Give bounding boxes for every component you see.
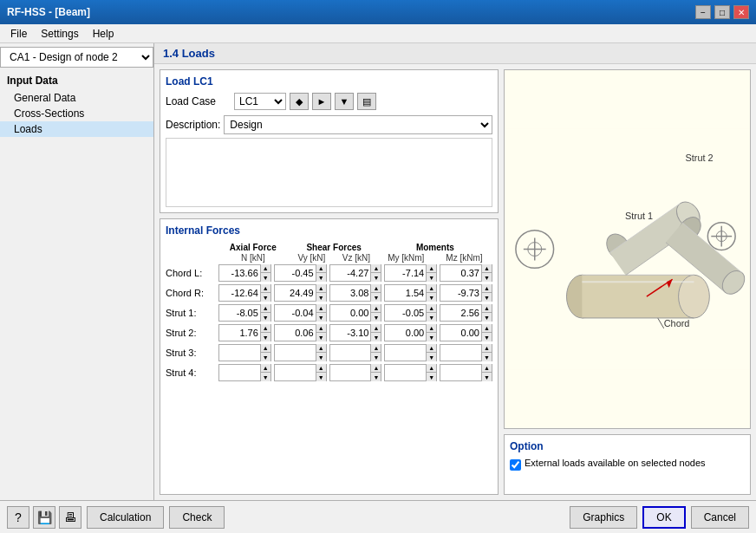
vy-input-field[interactable]: [275, 345, 316, 361]
vz-spin-input[interactable]: ▲▼: [329, 324, 382, 341]
vz-spin-input[interactable]: ▲▼: [329, 344, 382, 361]
mz-spin-down[interactable]: ▼: [481, 373, 492, 381]
vz-spin-down[interactable]: ▼: [370, 333, 381, 341]
menu-file[interactable]: File: [3, 26, 34, 42]
vz-spin-down[interactable]: ▼: [370, 313, 381, 322]
mz-spin-input[interactable]: ▲▼: [440, 304, 492, 322]
vz-spin-up[interactable]: ▲: [370, 264, 381, 273]
n-spin-input[interactable]: ▲▼: [218, 304, 271, 322]
n-input-field[interactable]: [219, 305, 260, 321]
mz-spin-input[interactable]: ▲▼: [440, 284, 492, 302]
description-select[interactable]: Design Other: [224, 115, 492, 134]
vy-spin-input[interactable]: ▲▼: [274, 284, 327, 302]
vy-spin-input[interactable]: ▲▼: [274, 324, 327, 341]
cancel-button[interactable]: Cancel: [691, 506, 749, 529]
sidebar-item-cross-sections[interactable]: Cross-Sections: [0, 106, 153, 121]
vy-input-field[interactable]: [275, 325, 316, 341]
my-spin-up[interactable]: ▲: [426, 344, 436, 353]
load-case-select[interactable]: LC1: [234, 93, 286, 110]
my-spin-input[interactable]: ▲▼: [384, 344, 437, 361]
my-spin-up[interactable]: ▲: [426, 364, 436, 373]
vz-input-field[interactable]: [330, 265, 371, 281]
menu-settings[interactable]: Settings: [34, 26, 85, 42]
n-spin-up[interactable]: ▲: [260, 364, 270, 373]
mz-spin-up[interactable]: ▲: [481, 284, 492, 293]
mz-spin-down[interactable]: ▼: [481, 273, 492, 282]
mz-spin-input[interactable]: ▲▼: [440, 364, 492, 381]
my-spin-up[interactable]: ▲: [426, 324, 436, 333]
print-icon-button[interactable]: 🖶: [59, 506, 81, 529]
my-spin-up[interactable]: ▲: [426, 304, 436, 313]
vz-spin-up[interactable]: ▲: [370, 284, 381, 293]
n-spin-up[interactable]: ▲: [260, 324, 270, 333]
n-spin-down[interactable]: ▼: [260, 333, 270, 341]
mz-spin-down[interactable]: ▼: [481, 353, 492, 361]
vy-spin-up[interactable]: ▲: [316, 284, 326, 293]
n-input-field[interactable]: [219, 345, 260, 361]
vz-spin-down[interactable]: ▼: [370, 273, 381, 282]
n-input-field[interactable]: [219, 265, 260, 281]
load-add-btn[interactable]: ▼: [335, 93, 354, 110]
mz-spin-up[interactable]: ▲: [481, 324, 492, 333]
vz-input-field[interactable]: [330, 345, 371, 361]
help-icon-button[interactable]: ?: [7, 506, 29, 529]
my-spin-down[interactable]: ▼: [426, 273, 436, 282]
my-spin-input[interactable]: ▲▼: [384, 264, 437, 282]
vy-spin-down[interactable]: ▼: [316, 273, 326, 282]
n-spin-up[interactable]: ▲: [260, 264, 270, 273]
vz-input-field[interactable]: [330, 325, 371, 341]
my-spin-input[interactable]: ▲▼: [384, 324, 437, 341]
graphics-button[interactable]: Graphics: [570, 506, 637, 529]
vz-spin-input[interactable]: ▲▼: [329, 284, 382, 302]
mz-spin-down[interactable]: ▼: [481, 293, 492, 302]
vy-input-field[interactable]: [275, 265, 316, 281]
vz-spin-input[interactable]: ▲▼: [329, 364, 382, 381]
vy-spin-down[interactable]: ▼: [316, 333, 326, 341]
n-input-field[interactable]: [219, 285, 260, 301]
n-spin-down[interactable]: ▼: [260, 373, 270, 381]
vy-spin-down[interactable]: ▼: [316, 293, 326, 302]
mz-input-field[interactable]: [440, 265, 481, 281]
mz-spin-up[interactable]: ▲: [481, 364, 492, 373]
vz-spin-down[interactable]: ▼: [370, 293, 381, 302]
vy-spin-down[interactable]: ▼: [316, 373, 326, 381]
vy-spin-up[interactable]: ▲: [316, 364, 326, 373]
mz-spin-up[interactable]: ▲: [481, 304, 492, 313]
my-input-field[interactable]: [385, 325, 426, 341]
vz-spin-input[interactable]: ▲▼: [329, 304, 382, 322]
vy-spin-down[interactable]: ▼: [316, 313, 326, 322]
mz-spin-input[interactable]: ▲▼: [440, 344, 492, 361]
vz-input-field[interactable]: [330, 285, 371, 301]
mz-input-field[interactable]: [440, 305, 481, 321]
vy-input-field[interactable]: [275, 365, 316, 380]
my-spin-up[interactable]: ▲: [426, 264, 436, 273]
vy-spin-input[interactable]: ▲▼: [274, 304, 327, 322]
mz-input-field[interactable]: [440, 325, 481, 341]
vy-spin-input[interactable]: ▲▼: [274, 344, 327, 361]
n-spin-up[interactable]: ▲: [260, 304, 270, 313]
vy-spin-down[interactable]: ▼: [316, 353, 326, 361]
load-table-btn[interactable]: ▤: [357, 93, 376, 110]
menu-help[interactable]: Help: [86, 26, 121, 42]
vy-spin-up[interactable]: ▲: [316, 264, 326, 273]
n-spin-input[interactable]: ▲▼: [218, 264, 271, 282]
my-input-field[interactable]: [385, 345, 426, 361]
mz-spin-down[interactable]: ▼: [481, 313, 492, 322]
my-input-field[interactable]: [385, 285, 426, 301]
vz-spin-down[interactable]: ▼: [370, 353, 381, 361]
check-button[interactable]: Check: [169, 506, 225, 529]
n-input-field[interactable]: [219, 365, 260, 380]
node-dropdown[interactable]: CA1 - Design of node 2: [0, 47, 153, 68]
vz-spin-up[interactable]: ▲: [370, 344, 381, 353]
n-spin-down[interactable]: ▼: [260, 313, 270, 322]
mz-spin-down[interactable]: ▼: [481, 333, 492, 341]
n-spin-down[interactable]: ▼: [260, 273, 270, 282]
load-next-btn[interactable]: ►: [312, 93, 331, 110]
my-input-field[interactable]: [385, 265, 426, 281]
vz-spin-up[interactable]: ▲: [370, 324, 381, 333]
my-spin-down[interactable]: ▼: [426, 353, 436, 361]
n-spin-down[interactable]: ▼: [260, 353, 270, 361]
calculation-button[interactable]: Calculation: [87, 506, 164, 529]
n-spin-input[interactable]: ▲▼: [218, 324, 271, 341]
vz-input-field[interactable]: [330, 365, 371, 380]
